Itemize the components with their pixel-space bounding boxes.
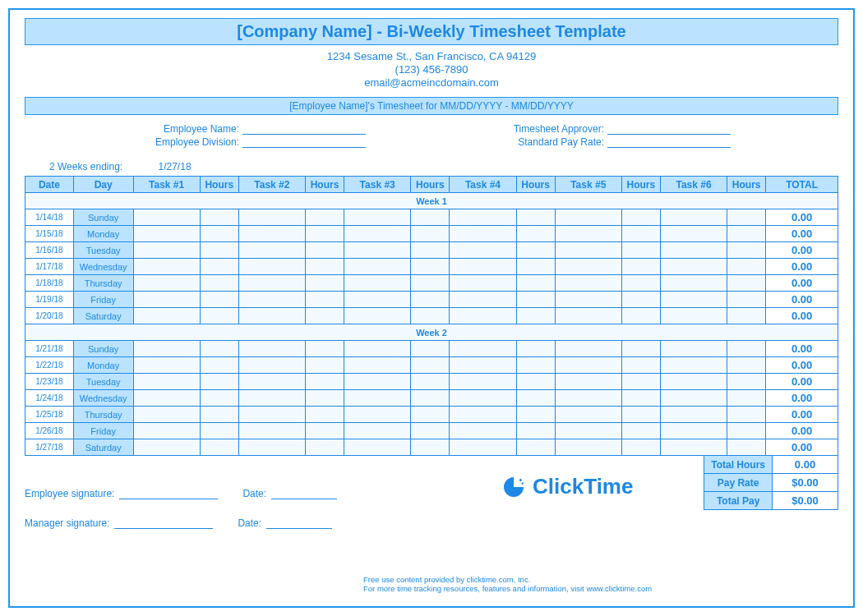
task-cell[interactable] [238, 275, 305, 292]
task-cell[interactable] [344, 226, 411, 242]
task-cell[interactable] [238, 209, 305, 226]
task-cell[interactable] [450, 390, 516, 407]
task-cell[interactable] [450, 292, 516, 308]
task-cell[interactable] [344, 209, 411, 226]
task-cell[interactable] [555, 292, 621, 308]
task-cell[interactable] [555, 390, 621, 407]
task-cell[interactable] [133, 209, 200, 226]
hours-cell[interactable] [411, 390, 450, 407]
task-cell[interactable] [344, 374, 411, 390]
hours-cell[interactable] [306, 292, 344, 308]
hours-cell[interactable] [306, 308, 344, 324]
task-cell[interactable] [344, 275, 411, 292]
emp-sig-date-field[interactable] [271, 488, 337, 499]
hours-cell[interactable] [727, 308, 766, 324]
hours-cell[interactable] [516, 292, 555, 308]
hours-cell[interactable] [306, 357, 344, 374]
mgr-sig-date-field[interactable] [266, 517, 332, 529]
task-cell[interactable] [555, 439, 621, 456]
task-cell[interactable] [344, 357, 411, 374]
hours-cell[interactable] [200, 259, 238, 275]
hours-cell[interactable] [621, 390, 660, 407]
hours-cell[interactable] [200, 341, 238, 357]
task-cell[interactable] [450, 374, 516, 390]
hours-cell[interactable] [516, 242, 555, 259]
task-cell[interactable] [450, 259, 516, 275]
hours-cell[interactable] [516, 209, 555, 226]
task-cell[interactable] [238, 341, 305, 357]
hours-cell[interactable] [306, 423, 344, 439]
hours-cell[interactable] [516, 423, 555, 439]
hours-cell[interactable] [306, 390, 344, 407]
hours-cell[interactable] [621, 292, 660, 308]
task-cell[interactable] [238, 357, 305, 374]
hours-cell[interactable] [516, 308, 555, 324]
hours-cell[interactable] [306, 209, 344, 226]
hours-cell[interactable] [411, 242, 450, 259]
hours-cell[interactable] [621, 259, 660, 275]
hours-cell[interactable] [621, 374, 660, 390]
hours-cell[interactable] [621, 357, 660, 374]
task-cell[interactable] [133, 423, 200, 439]
hours-cell[interactable] [516, 226, 555, 242]
task-cell[interactable] [660, 209, 727, 226]
manager-signature-field[interactable] [114, 517, 213, 529]
hours-cell[interactable] [306, 341, 344, 357]
hours-cell[interactable] [200, 275, 238, 292]
task-cell[interactable] [344, 259, 411, 275]
hours-cell[interactable] [516, 259, 555, 275]
hours-cell[interactable] [727, 374, 766, 390]
task-cell[interactable] [344, 292, 411, 308]
task-cell[interactable] [450, 341, 516, 357]
task-cell[interactable] [660, 439, 727, 456]
task-cell[interactable] [344, 407, 411, 423]
task-cell[interactable] [344, 423, 411, 439]
task-cell[interactable] [660, 226, 727, 242]
hours-cell[interactable] [727, 292, 766, 308]
task-cell[interactable] [344, 242, 411, 259]
hours-cell[interactable] [621, 407, 660, 423]
task-cell[interactable] [238, 259, 305, 275]
task-cell[interactable] [238, 423, 305, 439]
task-cell[interactable] [133, 275, 200, 292]
task-cell[interactable] [450, 308, 516, 324]
hours-cell[interactable] [306, 374, 344, 390]
hours-cell[interactable] [516, 341, 555, 357]
task-cell[interactable] [660, 242, 727, 259]
task-cell[interactable] [133, 292, 200, 308]
hours-cell[interactable] [411, 275, 450, 292]
hours-cell[interactable] [727, 242, 766, 259]
hours-cell[interactable] [727, 259, 766, 275]
hours-cell[interactable] [306, 275, 344, 292]
hours-cell[interactable] [516, 275, 555, 292]
task-cell[interactable] [133, 226, 200, 242]
task-cell[interactable] [133, 390, 200, 407]
hours-cell[interactable] [200, 374, 238, 390]
task-cell[interactable] [344, 341, 411, 357]
hours-cell[interactable] [411, 259, 450, 275]
task-cell[interactable] [555, 374, 621, 390]
task-cell[interactable] [238, 374, 305, 390]
task-cell[interactable] [238, 292, 305, 308]
task-cell[interactable] [133, 439, 200, 456]
hours-cell[interactable] [621, 439, 660, 456]
task-cell[interactable] [660, 259, 727, 275]
task-cell[interactable] [450, 423, 516, 439]
task-cell[interactable] [344, 439, 411, 456]
hours-cell[interactable] [727, 357, 766, 374]
task-cell[interactable] [450, 407, 516, 423]
task-cell[interactable] [450, 275, 516, 292]
hours-cell[interactable] [411, 209, 450, 226]
task-cell[interactable] [555, 226, 621, 242]
hours-cell[interactable] [621, 275, 660, 292]
hours-cell[interactable] [727, 407, 766, 423]
task-cell[interactable] [660, 292, 727, 308]
hours-cell[interactable] [200, 357, 238, 374]
hours-cell[interactable] [727, 226, 766, 242]
task-cell[interactable] [133, 308, 200, 324]
hours-cell[interactable] [621, 341, 660, 357]
hours-cell[interactable] [516, 439, 555, 456]
hours-cell[interactable] [200, 292, 238, 308]
hours-cell[interactable] [411, 407, 450, 423]
hours-cell[interactable] [411, 341, 450, 357]
